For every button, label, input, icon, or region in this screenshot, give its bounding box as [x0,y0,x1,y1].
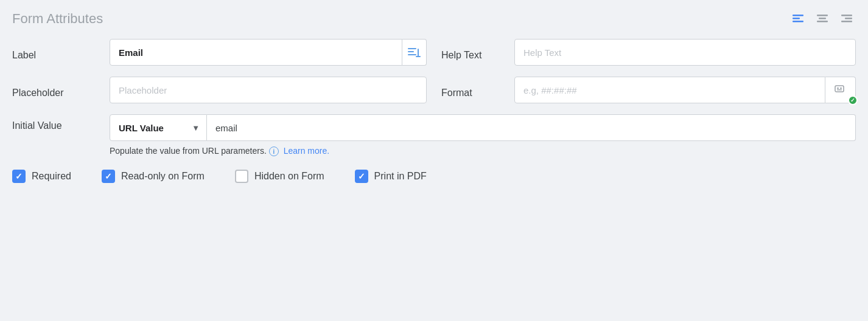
readonly-checkbox-item[interactable]: ✓ Read-only on Form [102,170,205,183]
label-format-button[interactable] [402,39,427,66]
hidden-checkbox-item[interactable]: Hidden on Form [235,170,324,183]
checkboxes-row: ✓ Required ✓ Read-only on Form Hidden on… [12,170,856,183]
initial-value-label: Initial Value [12,114,110,131]
svg-rect-6 [841,15,852,16]
svg-rect-4 [819,18,826,19]
svg-rect-8 [841,21,852,22]
label-format-icon [407,47,421,58]
format-icon-button[interactable] [825,77,856,103]
helptext-input[interactable] [514,39,856,66]
label-input-wrapper [110,39,427,66]
form-body: Label [12,39,856,183]
svg-rect-0 [793,15,803,16]
format-input-wrapper [514,77,856,103]
placeholder-input[interactable] [110,77,427,103]
align-icons-group [789,10,856,28]
print-pdf-checkmark: ✓ [358,172,365,181]
placeholder-field-label: Placeholder [12,81,110,98]
svg-rect-3 [817,15,828,16]
svg-rect-10 [408,51,414,52]
required-checkbox[interactable]: ✓ [12,170,26,183]
align-right-button[interactable] [838,10,856,28]
url-param-input[interactable] [207,114,856,141]
url-value-select[interactable]: URL Value Static Value Formula [110,114,207,141]
svg-rect-7 [845,18,852,19]
readonly-checkmark: ✓ [105,172,112,181]
svg-rect-15 [837,88,839,89]
panel-header: Form Attributes [12,10,856,28]
placeholder-col: Placeholder [12,77,427,103]
print-pdf-checkbox[interactable]: ✓ [355,170,368,183]
two-col-row1: Label [12,39,856,66]
form-attributes-panel: Form Attributes [0,0,868,321]
svg-rect-14 [835,86,844,92]
label-helptext-row: Label [12,39,856,66]
svg-rect-11 [408,54,416,55]
format-check-badge [848,95,858,105]
url-help-text: Populate the value from URL parameters. … [110,146,856,156]
label-input[interactable] [110,39,402,66]
helptext-col: Help Text [441,39,856,66]
print-pdf-label: Print in PDF [374,171,427,182]
format-check-icon [834,83,847,97]
format-input[interactable] [514,77,825,103]
svg-rect-5 [817,21,828,22]
label-col: Label [12,39,427,66]
svg-rect-17 [837,89,842,91]
url-help-text-content: Populate the value from URL parameters. [110,146,267,156]
svg-rect-16 [840,88,842,89]
url-value-select-wrapper: URL Value Static Value Formula ▼ [110,114,207,141]
learn-more-link[interactable]: Learn more. [284,146,329,156]
align-left-icon [791,12,805,26]
print-pdf-checkbox-item[interactable]: ✓ Print in PDF [355,170,427,183]
format-col: Format [441,77,856,103]
format-field-label: Format [441,81,514,98]
helptext-input-wrapper [514,39,856,66]
svg-rect-9 [408,48,416,49]
helptext-field-label: Help Text [441,44,514,61]
hidden-checkbox[interactable] [235,170,248,183]
align-center-icon [816,12,829,26]
align-center-button[interactable] [813,10,831,28]
align-left-button[interactable] [789,10,807,28]
placeholder-input-wrapper [110,77,427,103]
panel-title: Form Attributes [12,11,103,27]
initial-value-field-group: URL Value Static Value Formula ▼ Populat… [110,114,856,156]
svg-rect-1 [793,18,800,19]
label-field-label: Label [12,44,110,61]
align-right-icon [840,12,853,26]
initial-value-row: Initial Value URL Value Static Value For… [12,114,856,156]
two-col-row2: Placeholder Format [12,77,856,103]
required-label: Required [32,171,71,182]
readonly-checkbox[interactable]: ✓ [102,170,115,183]
svg-rect-2 [793,21,803,22]
required-checkmark: ✓ [15,172,23,181]
initial-value-input-row: URL Value Static Value Formula ▼ [110,114,856,141]
readonly-label: Read-only on Form [121,171,205,182]
hidden-label: Hidden on Form [254,171,324,182]
info-icon: i [269,147,279,156]
required-checkbox-item[interactable]: ✓ Required [12,170,71,183]
placeholder-format-row: Placeholder Format [12,77,856,103]
